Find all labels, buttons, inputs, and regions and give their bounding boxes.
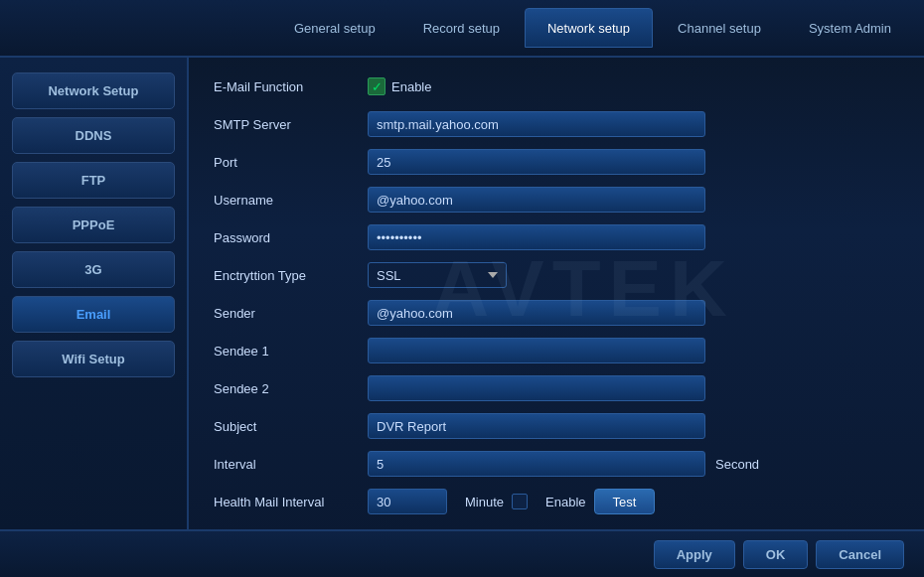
interval-row: Interval Second	[214, 450, 899, 478]
health-mail-unit: Minute	[465, 495, 504, 509]
password-label: Password	[214, 230, 368, 245]
encryption-type-select[interactable]: SSL TLS None	[368, 262, 507, 288]
tab-network[interactable]: Network setup	[525, 8, 653, 48]
port-row: Port	[214, 148, 899, 176]
apply-button[interactable]: Apply	[654, 540, 735, 569]
sendee2-row: Sendee 2	[214, 374, 899, 402]
smtp-server-label: SMTP Server	[214, 117, 368, 132]
main-layout: Network Setup DDNS FTP PPPoE 3G Email Wi…	[0, 58, 924, 529]
sendee2-label: Sendee 2	[214, 381, 368, 396]
username-label: Username	[214, 193, 368, 208]
sidebar-item-ftp[interactable]: FTP	[12, 162, 175, 199]
smtp-server-input[interactable]	[368, 111, 705, 137]
subject-label: Subject	[214, 419, 368, 434]
health-mail-enable-checkbox[interactable]	[512, 494, 528, 509]
interval-input[interactable]	[368, 451, 705, 477]
email-enable-checkbox[interactable]: ✓	[368, 77, 385, 95]
health-mail-input[interactable]	[368, 489, 447, 514]
tab-channel[interactable]: Channel setup	[655, 8, 784, 48]
sidebar-item-wifi[interactable]: Wifi Setup	[12, 341, 175, 377]
email-function-label: E-Mail Function	[214, 79, 368, 94]
sendee1-input[interactable]	[368, 338, 705, 363]
health-mail-controls: Minute Enable Test	[368, 489, 655, 514]
cancel-button[interactable]: Cancel	[816, 540, 904, 569]
password-input[interactable]	[368, 224, 705, 250]
sidebar-item-network-setup[interactable]: Network Setup	[12, 72, 175, 109]
tab-sysadmin[interactable]: System Admin	[786, 8, 914, 48]
password-row: Password	[214, 223, 899, 251]
interval-label: Interval	[214, 457, 368, 472]
subject-input[interactable]	[368, 413, 705, 439]
health-mail-row: Health Mail Interval Minute Enable Test	[214, 488, 899, 515]
subject-row: Subject	[214, 412, 899, 440]
tab-record[interactable]: Record setup	[400, 8, 523, 48]
tab-general[interactable]: General setup	[271, 8, 398, 48]
smtp-server-row: SMTP Server	[214, 110, 899, 138]
content-area: AVTEK E-Mail Function ✓ Enable SMTP Serv…	[189, 58, 924, 529]
email-function-checkbox-area[interactable]: ✓ Enable	[368, 77, 431, 95]
sidebar: Network Setup DDNS FTP PPPoE 3G Email Wi…	[0, 58, 189, 529]
ok-button[interactable]: OK	[743, 540, 809, 569]
tab-bar: General setup Record setup Network setup…	[0, 0, 924, 58]
encryption-type-label: Enctryttion Type	[214, 268, 368, 283]
sender-input[interactable]	[368, 300, 705, 326]
sidebar-item-email[interactable]: Email	[12, 296, 175, 333]
sender-label: Sender	[214, 306, 368, 321]
port-input[interactable]	[368, 149, 705, 175]
sendee2-input[interactable]	[368, 375, 705, 401]
sidebar-item-pppoe[interactable]: PPPoE	[12, 207, 175, 243]
port-label: Port	[214, 155, 368, 170]
health-mail-enable-label: Enable	[545, 495, 585, 509]
sendee1-row: Sendee 1	[214, 337, 899, 364]
health-mail-label: Health Mail Interval	[214, 495, 368, 509]
username-input[interactable]	[368, 187, 705, 213]
bottom-bar: Apply OK Cancel	[0, 529, 924, 577]
email-function-row: E-Mail Function ✓ Enable	[214, 72, 899, 100]
sender-row: Sender	[214, 299, 899, 327]
sidebar-item-ddns[interactable]: DDNS	[12, 117, 175, 154]
encryption-type-row: Enctryttion Type SSL TLS None	[214, 261, 899, 289]
enable-label: Enable	[391, 79, 431, 94]
test-button[interactable]: Test	[594, 489, 656, 514]
sidebar-item-3g[interactable]: 3G	[12, 251, 175, 288]
username-row: Username	[214, 186, 899, 214]
interval-unit: Second	[715, 457, 759, 472]
sendee1-label: Sendee 1	[214, 344, 368, 359]
